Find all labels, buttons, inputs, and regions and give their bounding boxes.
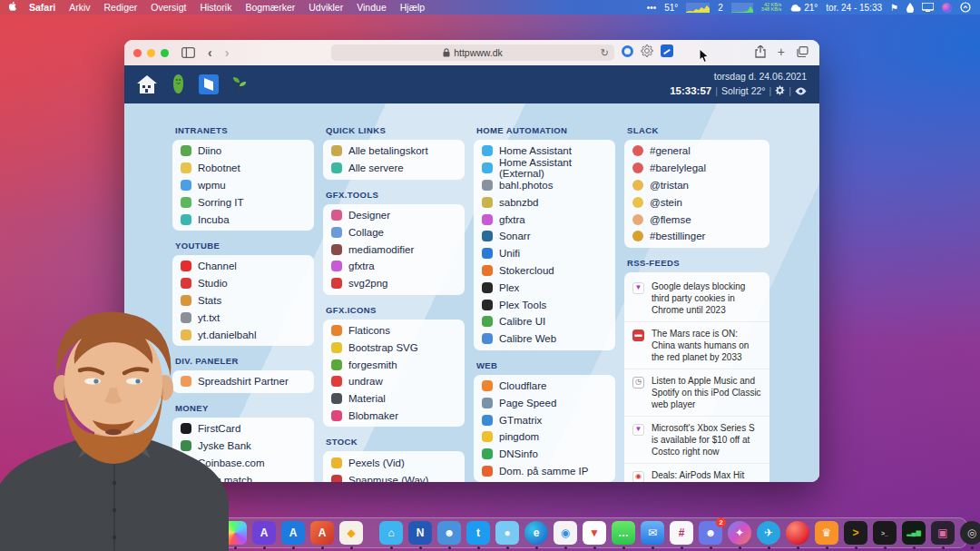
menu-safari[interactable]: Safari <box>29 2 55 13</box>
rss-item[interactable]: ▼Microsoft's Xbox Series S is available … <box>624 416 769 463</box>
pickle-icon[interactable] <box>168 74 188 94</box>
link-item[interactable]: bahl.photos <box>474 177 615 194</box>
menu-hjælp[interactable]: Hjælp <box>400 2 425 13</box>
dock-twitter-icon[interactable]: t <box>466 521 490 545</box>
link-item[interactable]: wpmu <box>172 177 314 194</box>
link-item[interactable]: @flemse <box>624 211 769 228</box>
dock-audio-dial-app-icon[interactable]: ◎ <box>960 521 980 545</box>
link-item[interactable]: Calibre Web <box>474 330 615 348</box>
dock-edge-icon[interactable]: e <box>524 521 548 545</box>
dock-netnewswire-icon[interactable]: N <box>408 521 432 545</box>
link-item[interactable]: #general <box>624 143 769 160</box>
link-item[interactable]: Sorring IT <box>172 193 314 211</box>
dock-final-cut-pro-icon[interactable] <box>223 521 247 545</box>
link-item[interactable]: yt.danielbahl <box>172 326 314 343</box>
process-count[interactable]: 2 <box>718 3 723 13</box>
link-item[interactable]: DNSinfo <box>474 446 615 463</box>
net-speeds[interactable]: 42 KB/s 348 KB/s <box>761 3 781 13</box>
menu-arkiv[interactable]: Arkiv <box>69 2 90 13</box>
url-bar[interactable]: httpwww.dk ↻ <box>331 44 614 61</box>
siri-icon[interactable] <box>942 3 952 13</box>
link-item[interactable]: Sonarr <box>474 228 615 245</box>
link-item[interactable]: Bootstrap SVG <box>323 339 465 356</box>
sidebar-toggle-icon[interactable] <box>181 47 195 58</box>
close-window-button[interactable] <box>133 49 142 57</box>
link-item[interactable]: mediamodifier <box>323 241 465 258</box>
link-item[interactable]: Stats <box>172 292 314 310</box>
dock-apollo-icon[interactable]: ☻ <box>437 521 461 545</box>
menu-rediger[interactable]: Rediger <box>104 2 138 13</box>
link-item[interactable]: @tristan <box>624 177 769 194</box>
blue-extension-icon[interactable] <box>661 44 673 57</box>
link-item[interactable]: pingdom <box>474 428 615 446</box>
link-item[interactable]: Pexels (Vid) <box>323 454 465 471</box>
dock-telegram-icon[interactable]: ✈ <box>757 521 780 545</box>
link-item[interactable]: Diino <box>172 143 314 160</box>
rss-item[interactable]: ▬The Mars race is ON: China wants humans… <box>624 321 769 369</box>
link-item[interactable]: Stokercloud <box>474 262 615 280</box>
link-item[interactable]: Unifi <box>474 245 615 262</box>
menubar-clock[interactable]: tor. 24 - 15:33 <box>826 3 882 13</box>
dock-plex-icon[interactable]: > <box>844 521 867 545</box>
dock-brave-icon[interactable]: ▼ <box>583 521 606 545</box>
droplet-icon[interactable] <box>906 3 914 13</box>
dock-twitterrific-icon[interactable]: ● <box>495 521 519 545</box>
dock-slack-icon[interactable]: # <box>670 521 693 545</box>
dock-messages-icon[interactable]: … <box>612 521 635 545</box>
dock-stats-monitor-icon[interactable]: ▂▄▆ <box>902 521 926 545</box>
smarthome-icon[interactable] <box>137 74 157 94</box>
dock-sketch-icon[interactable]: ◆ <box>339 521 363 545</box>
dock-discord-icon[interactable]: ☻2 <box>699 521 722 545</box>
zoom-window-button[interactable] <box>161 49 169 57</box>
link-item[interactable]: Material <box>323 390 465 408</box>
rss-item[interactable]: ▼Google delays blocking third party cook… <box>624 275 769 321</box>
menu-vindue[interactable]: Vindue <box>357 2 387 13</box>
rss-item[interactable]: ◉Deals: AirPods Max Hit New Record Low P… <box>624 463 769 482</box>
link-item[interactable]: Cloudflare <box>474 378 615 395</box>
link-item[interactable]: Coinbase.com <box>172 454 314 471</box>
link-item[interactable]: Snapmuse (Wav) <box>323 471 465 482</box>
rss-item[interactable]: ◷Listen to Apple Music and Spotify on th… <box>624 369 769 416</box>
new-tab-button[interactable]: + <box>778 44 785 59</box>
link-item[interactable]: gfxtra <box>323 258 465 275</box>
menu-bogmærker[interactable]: Bogmærker <box>245 2 295 13</box>
link-item[interactable]: Alle servere <box>323 160 465 177</box>
sprout-icon[interactable] <box>230 74 250 94</box>
share-icon[interactable] <box>755 45 766 58</box>
blocker-ring-icon[interactable] <box>622 45 633 57</box>
gear-icon[interactable] <box>641 44 653 57</box>
link-item[interactable]: sabnzbd <box>474 193 615 211</box>
reload-icon[interactable]: ↻ <box>601 47 609 59</box>
link-item[interactable]: Plex <box>474 279 615 296</box>
link-item[interactable]: Robotnet <box>172 160 314 177</box>
link-item[interactable]: Page Speed <box>474 394 615 411</box>
link-item[interactable]: gfxtra <box>474 211 615 228</box>
link-item[interactable]: Plex Tools <box>474 296 615 313</box>
link-item[interactable]: Dom. på samme IP <box>474 463 615 480</box>
link-item[interactable]: @stein <box>624 193 769 211</box>
cpu-chart-icon[interactable] <box>686 3 710 13</box>
link-item[interactable]: Channel <box>172 258 314 275</box>
link-item[interactable]: GTmatrix <box>474 411 615 428</box>
link-item[interactable]: FirstCard <box>172 420 314 438</box>
menu-historik[interactable]: Historik <box>200 2 231 13</box>
tab-overview-icon[interactable] <box>797 46 808 57</box>
dock-affinity-publisher-icon[interactable]: A <box>310 521 334 545</box>
net-chart-icon[interactable] <box>731 3 753 13</box>
user-switch-icon[interactable] <box>960 2 971 13</box>
dock-messenger-icon[interactable]: ✦ <box>728 521 751 545</box>
link-item[interactable]: Calibre UI <box>474 313 615 330</box>
link-item[interactable]: #barelylegal <box>624 160 769 177</box>
dock-plexamp-icon[interactable]: ♛ <box>815 521 838 545</box>
link-item[interactable]: Home Assistant (External) <box>474 160 615 177</box>
dock-media-tool-icon[interactable]: ▣ <box>931 521 955 545</box>
link-item[interactable]: Flaticons <box>323 322 465 339</box>
logo-icon[interactable] <box>199 74 219 94</box>
back-button[interactable]: ‹ <box>208 46 212 59</box>
dock-terminal-icon[interactable]: >_ <box>873 521 897 545</box>
link-item[interactable]: Incuba <box>172 211 314 228</box>
link-item[interactable]: Alle betalingskort <box>323 143 465 160</box>
eye-icon[interactable] <box>795 87 807 95</box>
display-icon[interactable] <box>922 3 934 12</box>
link-item[interactable]: Bilag match <box>172 471 314 482</box>
